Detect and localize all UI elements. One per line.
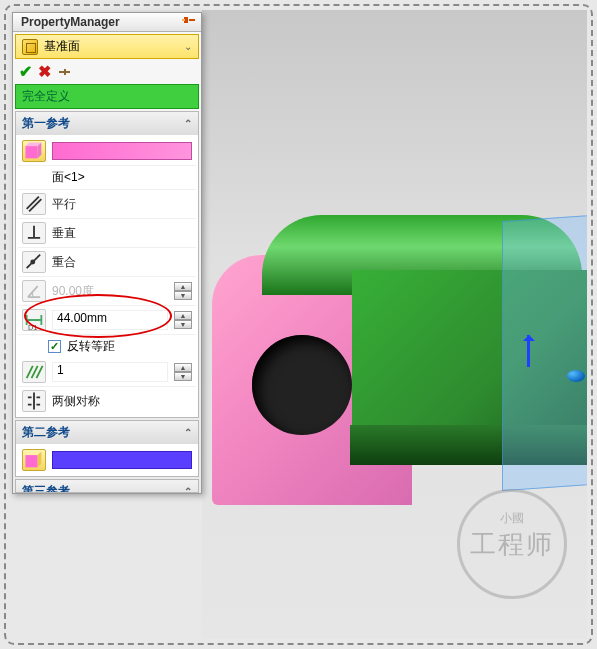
symmetric-label: 两侧对称	[52, 393, 192, 410]
distance-spinner[interactable]: ▲▼	[174, 311, 192, 329]
face-select-icon[interactable]	[22, 140, 46, 162]
ref2-selection-box[interactable]	[52, 451, 192, 469]
cancel-button[interactable]: ✖	[38, 62, 51, 81]
section-head-ref1[interactable]: 第一参考 ⌃	[16, 112, 198, 135]
svg-rect-6	[25, 455, 37, 467]
feature-name: 基准面	[44, 38, 80, 55]
angle-value: 90.00度	[52, 283, 168, 300]
angle-icon	[22, 280, 46, 302]
instances-row[interactable]: 1 ▲▼	[18, 358, 196, 387]
instances-spinner[interactable]: ▲▼	[174, 363, 192, 381]
svg-rect-1	[189, 19, 195, 21]
drag-axis-y[interactable]	[522, 335, 536, 375]
chevron-up-icon: ⌃	[184, 427, 192, 438]
instances-icon	[22, 361, 46, 383]
plane-icon	[22, 39, 38, 55]
status-bar: 完全定义	[15, 84, 199, 109]
svg-point-4	[30, 260, 35, 265]
property-manager-panel: PropertyManager 基准面 ⌄ ✔ ✖ 完全定义 第一参考 ⌃	[12, 12, 202, 494]
parallel-icon	[22, 193, 46, 215]
reverse-row[interactable]: ✓ 反转等距	[18, 335, 196, 358]
section-title: 第一参考	[22, 115, 70, 132]
section-head-ref2[interactable]: 第二参考 ⌃	[16, 421, 198, 444]
perpendicular-label: 垂直	[52, 225, 192, 242]
symmetric-icon	[22, 390, 46, 412]
reference-plane-preview[interactable]	[502, 209, 587, 491]
instances-value[interactable]: 1	[52, 362, 168, 382]
angle-spinner[interactable]: ▲▼	[174, 282, 192, 300]
coincident-label: 重合	[52, 254, 192, 271]
svg-text:D1: D1	[28, 323, 37, 331]
reverse-label: 反转等距	[67, 338, 115, 355]
pm-header: PropertyManager	[13, 13, 201, 32]
pushpin-icon[interactable]	[57, 66, 71, 78]
chevron-up-icon: ⌃	[184, 486, 192, 493]
3d-viewport[interactable]: 小國 工程师	[202, 10, 587, 639]
ok-button[interactable]: ✔	[19, 62, 32, 81]
coincident-row[interactable]: 重合	[18, 248, 196, 277]
section-title-3: 第三参考	[22, 483, 70, 493]
watermark: 小國 工程师	[457, 489, 567, 599]
section-second-reference: 第二参考 ⌃	[15, 420, 199, 477]
face-label-row: 面<1>	[18, 166, 196, 190]
feature-title-row: 基准面 ⌄	[15, 34, 199, 59]
face-label: 面<1>	[52, 169, 85, 186]
section-third-reference: 第三参考 ⌃	[15, 479, 199, 493]
symmetric-row[interactable]: 两侧对称	[18, 387, 196, 415]
section-title-2: 第二参考	[22, 424, 70, 441]
watermark-main: 工程师	[470, 527, 554, 562]
chevron-up-icon: ⌃	[184, 118, 192, 129]
chevron-icon[interactable]: ⌄	[184, 41, 192, 52]
svg-rect-3	[25, 146, 37, 158]
perpendicular-icon	[22, 222, 46, 244]
drag-handle[interactable]	[567, 370, 585, 382]
section-first-reference: 第一参考 ⌃ 面<1> 平行	[15, 111, 199, 418]
face-select-icon-2[interactable]	[22, 449, 46, 471]
face-selection-row	[18, 137, 196, 166]
reverse-checkbox[interactable]: ✓	[48, 340, 61, 353]
pm-title: PropertyManager	[21, 15, 120, 29]
parallel-row[interactable]: 平行	[18, 190, 196, 219]
parallel-label: 平行	[52, 196, 192, 213]
watermark-sub: 小國	[500, 510, 524, 527]
face-selection-box[interactable]	[52, 142, 192, 160]
pin-icon[interactable]	[181, 15, 197, 29]
distance-row[interactable]: D1 44.00mm ▲▼	[18, 306, 196, 335]
coincident-icon	[22, 251, 46, 273]
distance-value[interactable]: 44.00mm	[52, 310, 168, 330]
perpendicular-row[interactable]: 垂直	[18, 219, 196, 248]
distance-icon: D1	[22, 309, 46, 331]
section-body-ref1: 面<1> 平行 垂直 重合	[16, 135, 198, 417]
svg-rect-2	[182, 19, 185, 21]
section-head-ref3[interactable]: 第三参考 ⌃	[16, 480, 198, 493]
confirm-row: ✔ ✖	[13, 59, 201, 84]
angle-row[interactable]: 90.00度 ▲▼	[18, 277, 196, 306]
ref2-selection-row	[18, 446, 196, 474]
section-body-ref2	[16, 444, 198, 476]
